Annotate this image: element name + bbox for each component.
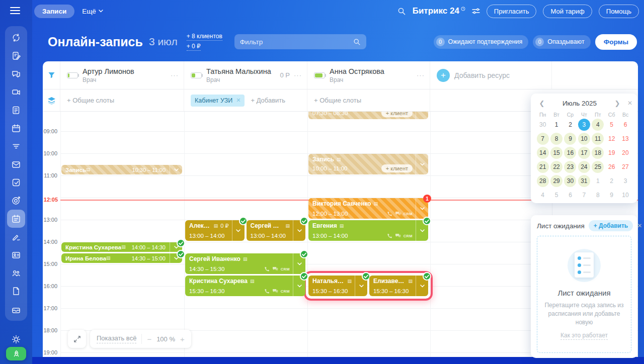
calendar-event[interactable]: Сергей И…▤ 13:00 – 14:00 — [247, 220, 306, 241]
sign-icon[interactable] — [7, 228, 25, 246]
add-slot-button[interactable]: + Добавить — [251, 97, 285, 104]
calendar-day[interactable]: 7 — [577, 188, 591, 202]
bitrix24-logo[interactable]: Битрикс 24 — [413, 6, 465, 16]
calendar-day[interactable]: 4 — [591, 118, 605, 132]
calendar-day[interactable]: 8 — [549, 132, 563, 146]
storage-icon[interactable] — [7, 300, 25, 318]
chevron-down-icon[interactable] — [416, 154, 428, 174]
calendar-day[interactable]: 15 — [549, 146, 563, 160]
search-icon[interactable] — [397, 7, 406, 16]
calendar-day[interactable]: 6 — [618, 118, 632, 132]
calendar-event[interactable]: Алекс…▤0 ₽ 13:00 – 14:00 — [185, 220, 245, 241]
calendar-event[interactable]: Ирина Белова▤ 14:30 – 15:00 — [61, 253, 182, 263]
documents-icon[interactable] — [7, 282, 25, 300]
waiting-list-add-button[interactable]: + Добавить — [589, 220, 633, 231]
calendar-event[interactable]: Запись▤ 10:00 – 11:00+ клиент — [308, 154, 428, 174]
calendar-day[interactable]: 28 — [536, 174, 549, 188]
rocket-button[interactable] — [6, 347, 26, 360]
calendar-day[interactable]: 20 — [618, 146, 632, 160]
video-icon[interactable] — [7, 83, 25, 101]
show-all-button[interactable]: Показать всё — [97, 334, 136, 343]
calendar-day[interactable]: 18 — [591, 146, 605, 160]
calendar-day[interactable]: 6 — [564, 188, 577, 202]
calendar-day[interactable]: 30 — [564, 174, 577, 188]
calendar-day[interactable]: 5 — [605, 118, 618, 132]
resource-menu-icon[interactable]: ··· — [417, 71, 425, 79]
tariff-button[interactable]: Мой тариф — [543, 5, 592, 18]
calendar-day[interactable]: 7 — [536, 132, 549, 146]
chat-icon[interactable] — [7, 65, 25, 83]
calendar-day[interactable]: 21 — [536, 160, 549, 174]
invite-button[interactable]: Пригласить — [487, 5, 537, 18]
waiting-list-dropzone[interactable]: Лист ожидания Перетащите сюда запись из … — [537, 236, 631, 353]
calendar-event[interactable]: 07:30 – 08:30+ клиент — [308, 112, 428, 119]
add-resource-button[interactable]: + Добавить ресурс — [430, 61, 552, 89]
settings-icon[interactable] — [11, 334, 22, 345]
employees-icon[interactable] — [7, 264, 25, 282]
calendar-day[interactable]: 5 — [549, 188, 563, 202]
calendar-day[interactable]: 19 — [605, 146, 618, 160]
filter-box[interactable] — [234, 34, 366, 49]
forms-button[interactable]: Формы — [595, 34, 637, 50]
calendar-day[interactable]: 13 — [618, 132, 632, 146]
calendar-event[interactable]: Елизавет…▤ 15:30 – 16:30 — [369, 276, 428, 296]
zoom-in-button[interactable]: + — [180, 335, 185, 343]
menu-icon[interactable] — [10, 7, 20, 15]
calendar-day[interactable]: 31 — [577, 174, 591, 188]
calendar-event[interactable]: Виктория Савченко▤ 12:00 – 13:00CRM 1 — [308, 198, 428, 219]
more-menu[interactable]: Ещё — [82, 8, 103, 15]
current-date[interactable]: 3 июл — [149, 36, 178, 48]
calendar-icon[interactable] — [7, 119, 25, 137]
calendar-event[interactable]: Запись▤ 10:30 – 11:00 — [61, 165, 182, 174]
add-client-button[interactable]: + клиент — [381, 164, 413, 172]
calendar-day[interactable]: 9 — [564, 132, 577, 146]
close-icon[interactable]: ✕ — [623, 100, 632, 107]
sync-icon[interactable] — [7, 29, 25, 47]
notification-badge[interactable]: 1 — [423, 195, 431, 203]
tab-records[interactable]: Записи — [34, 5, 74, 18]
chevron-down-icon[interactable] — [416, 112, 428, 119]
close-icon[interactable]: ✕ — [637, 222, 642, 229]
mini-calendar-title[interactable]: Июль 2025 — [548, 100, 611, 107]
calendar-day[interactable]: 1 — [591, 174, 605, 188]
calendar-day[interactable]: 26 — [605, 160, 618, 174]
feed-icon[interactable] — [7, 101, 25, 119]
expand-icon[interactable] — [68, 330, 86, 348]
room-chip[interactable]: Кабинет УЗИ ✕ — [191, 95, 245, 107]
resource-menu-icon[interactable]: ··· — [294, 71, 302, 79]
calendar-day[interactable]: 14 — [536, 146, 549, 160]
calendar-day[interactable]: 24 — [577, 160, 591, 174]
online-booking-icon[interactable] — [7, 210, 25, 228]
resource-header[interactable]: Татьяна Малыхина Врач 0 Р ··· — [184, 61, 307, 89]
late-badge[interactable]: 0 Опаздывают — [533, 35, 590, 49]
resource-header[interactable]: Артур Лимонов Врач ··· — [60, 61, 184, 89]
calendar-day[interactable]: 8 — [591, 188, 605, 202]
calendar-day[interactable]: 9 — [605, 188, 618, 202]
calendar-day[interactable]: 11 — [591, 132, 605, 146]
clients-count-link[interactable]: + 8 клиентов — [187, 33, 222, 41]
mail-icon[interactable] — [7, 155, 25, 173]
calendar-event[interactable]: Наталья …▤ 15:30 – 16:30 — [308, 276, 367, 296]
common-slots-button[interactable]: + Общие слоты — [307, 89, 430, 111]
resource-header[interactable]: Анна Острякова Врач ··· — [307, 61, 430, 89]
calendar-day[interactable]: 10 — [618, 188, 632, 202]
calendar-event[interactable]: Кристина Сухарева▤ 14:00 – 14:30 — [61, 242, 182, 252]
calendar-day[interactable]: 3 — [618, 174, 632, 188]
calendar-day[interactable]: 16 — [564, 146, 577, 160]
revenue-link[interactable]: + 0 ₽ — [187, 43, 201, 51]
calendar-event[interactable]: Евгения▤ 13:00 – 14:00CRM — [308, 220, 428, 241]
crm-marketing-icon[interactable] — [7, 192, 25, 210]
calendar-day[interactable]: 2 — [605, 174, 618, 188]
calendar-event[interactable]: Сергей Иваненко▤ 14:30 – 15:30CRM — [185, 253, 305, 274]
layers-icon[interactable] — [43, 89, 60, 111]
calendar-event[interactable]: Кристина Сухарева▤ 15:30 – 16:30CRM — [185, 276, 305, 296]
calendar-day[interactable]: 3 — [577, 118, 591, 132]
calendar-day[interactable]: 12 — [605, 132, 618, 146]
tasks-edit-icon[interactable] — [7, 47, 25, 65]
zoom-out-button[interactable]: − — [147, 335, 151, 343]
add-client-button[interactable]: + клиент — [381, 112, 413, 117]
calendar-day[interactable]: 29 — [549, 174, 563, 188]
common-slots-button[interactable]: + Общие слоты — [60, 89, 184, 111]
next-month-icon[interactable]: ❯ — [611, 100, 623, 107]
calendar-day[interactable]: 2 — [564, 118, 577, 132]
